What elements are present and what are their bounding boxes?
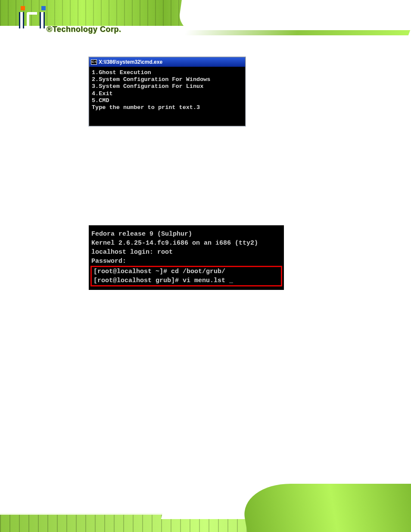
logo-letter-i-2: [40, 12, 45, 28]
logo-dot-orange: [21, 6, 25, 10]
cmd-title-text: X:\I386\system32\cmd.exe: [99, 59, 162, 65]
cmd-line: 4.Exit: [92, 90, 113, 97]
logo-letter-i-1: [19, 12, 24, 28]
cmd-line: Type the number to print text.3: [92, 104, 200, 111]
logo-dot-blue: [41, 6, 46, 10]
highlighted-commands-box: [root@localhost ~]# cd /boot/grub/ [root…: [90, 266, 282, 286]
page-content: C:\ X:\I386\system32\cmd.exe 1.Ghost Exe…: [0, 52, 411, 290]
term-line: Fedora release 9 (Sulphur): [89, 230, 284, 239]
header-curve-shape: [175, 0, 411, 48]
cmd-line: 1.Ghost Execution: [92, 69, 151, 76]
term-line-highlight: [root@localhost grub]# vi menu.lst _: [93, 276, 280, 285]
footer-curve-shape: [239, 484, 411, 532]
term-line: Kernel 2.6.25-14.fc9.i686 on an i686 (tt…: [89, 239, 284, 248]
linux-terminal: Fedora release 9 (Sulphur) Kernel 2.6.25…: [89, 225, 284, 290]
page-header-band: ®Technology Corp.: [0, 0, 411, 48]
header-green-strip: [184, 30, 410, 35]
cmd-titlebar: C:\ X:\I386\system32\cmd.exe: [89, 57, 245, 67]
cmd-body: 1.Ghost Execution 2.System Configuration…: [89, 67, 245, 126]
logo-tagline: ®Technology Corp.: [47, 25, 121, 34]
cmd-icon: C:\: [91, 59, 97, 65]
cmd-line: 3.System Configuration For Linux: [92, 83, 203, 90]
term-line: Password:: [89, 257, 284, 266]
term-line-highlight: [root@localhost ~]# cd /boot/grub/: [93, 267, 280, 276]
logo-letter-e: [27, 12, 37, 28]
term-line: localhost login: root: [89, 248, 284, 257]
cmd-window: C:\ X:\I386\system32\cmd.exe 1.Ghost Exe…: [89, 57, 246, 126]
cmd-line: 2.System Configuration For Windows: [92, 76, 210, 83]
page-footer-band: [0, 484, 411, 532]
cmd-line: 5.CMD: [92, 97, 109, 104]
logo: [19, 12, 45, 28]
